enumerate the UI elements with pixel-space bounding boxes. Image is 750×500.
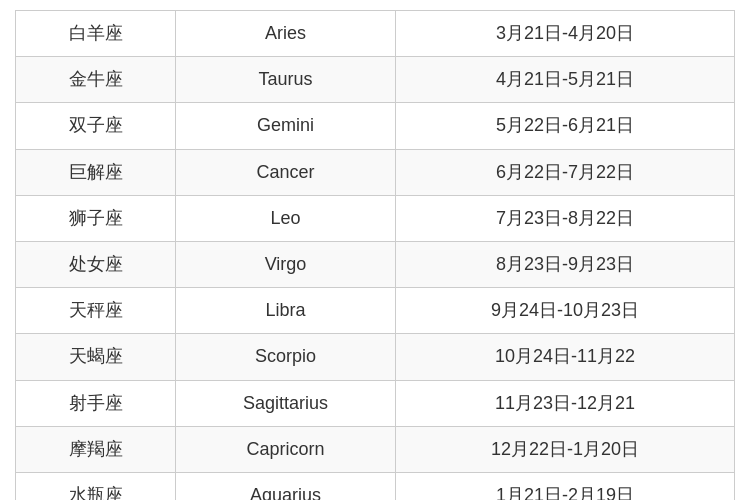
zodiac-dates: 3月21日-4月20日 <box>396 11 735 57</box>
zodiac-chinese: 射手座 <box>16 380 176 426</box>
zodiac-english: Libra <box>176 288 396 334</box>
zodiac-dates: 6月22日-7月22日 <box>396 149 735 195</box>
zodiac-dates: 7月23日-8月22日 <box>396 195 735 241</box>
zodiac-chinese: 水瓶座 <box>16 472 176 500</box>
zodiac-english: Leo <box>176 195 396 241</box>
table-row: 摩羯座Capricorn12月22日-1月20日 <box>16 426 735 472</box>
zodiac-english: Scorpio <box>176 334 396 380</box>
zodiac-chinese: 处女座 <box>16 241 176 287</box>
zodiac-chinese: 白羊座 <box>16 11 176 57</box>
table-row: 射手座Sagittarius11月23日-12月21 <box>16 380 735 426</box>
zodiac-chinese: 双子座 <box>16 103 176 149</box>
zodiac-dates: 12月22日-1月20日 <box>396 426 735 472</box>
zodiac-dates: 1月21日-2月19日 <box>396 472 735 500</box>
table-row: 天蝎座Scorpio10月24日-11月22 <box>16 334 735 380</box>
zodiac-chinese: 摩羯座 <box>16 426 176 472</box>
zodiac-english: Virgo <box>176 241 396 287</box>
zodiac-english: Cancer <box>176 149 396 195</box>
table-row: 金牛座Taurus4月21日-5月21日 <box>16 57 735 103</box>
zodiac-dates: 9月24日-10月23日 <box>396 288 735 334</box>
table-row: 巨解座Cancer6月22日-7月22日 <box>16 149 735 195</box>
zodiac-english: Gemini <box>176 103 396 149</box>
zodiac-chinese: 金牛座 <box>16 57 176 103</box>
zodiac-dates: 8月23日-9月23日 <box>396 241 735 287</box>
zodiac-dates: 11月23日-12月21 <box>396 380 735 426</box>
zodiac-chinese: 狮子座 <box>16 195 176 241</box>
table-row: 水瓶座Aquarius1月21日-2月19日 <box>16 472 735 500</box>
table-row: 白羊座Aries3月21日-4月20日 <box>16 11 735 57</box>
zodiac-english: Capricorn <box>176 426 396 472</box>
zodiac-chinese: 巨解座 <box>16 149 176 195</box>
zodiac-table: 白羊座Aries3月21日-4月20日金牛座Taurus4月21日-5月21日双… <box>15 10 735 500</box>
zodiac-english: Sagittarius <box>176 380 396 426</box>
zodiac-english: Taurus <box>176 57 396 103</box>
table-row: 处女座Virgo8月23日-9月23日 <box>16 241 735 287</box>
table-row: 天秤座Libra9月24日-10月23日 <box>16 288 735 334</box>
zodiac-table-container: 白羊座Aries3月21日-4月20日金牛座Taurus4月21日-5月21日双… <box>15 10 735 500</box>
zodiac-english: Aquarius <box>176 472 396 500</box>
zodiac-dates: 5月22日-6月21日 <box>396 103 735 149</box>
table-row: 双子座Gemini5月22日-6月21日 <box>16 103 735 149</box>
zodiac-chinese: 天蝎座 <box>16 334 176 380</box>
zodiac-dates: 4月21日-5月21日 <box>396 57 735 103</box>
zodiac-dates: 10月24日-11月22 <box>396 334 735 380</box>
zodiac-english: Aries <box>176 11 396 57</box>
zodiac-chinese: 天秤座 <box>16 288 176 334</box>
table-row: 狮子座Leo7月23日-8月22日 <box>16 195 735 241</box>
